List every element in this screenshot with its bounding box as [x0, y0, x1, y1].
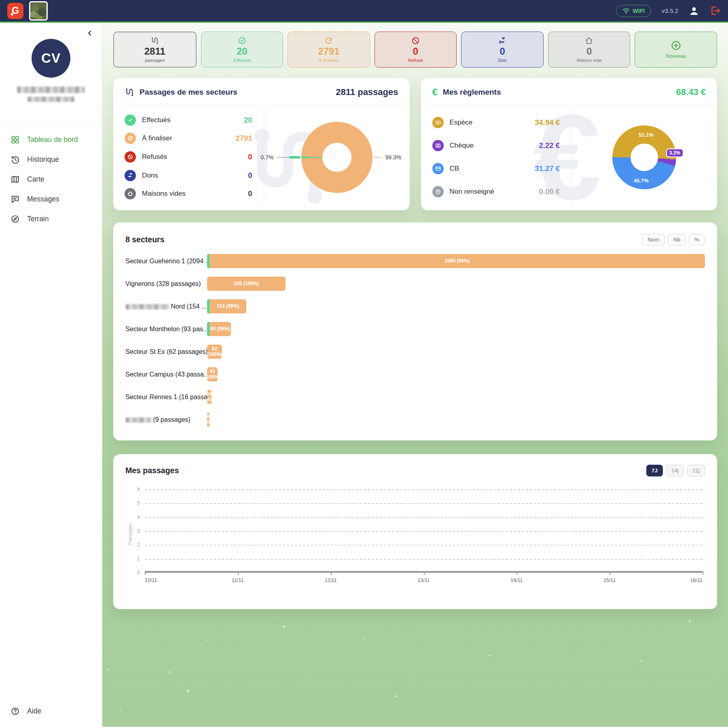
y-tick-label: 6 [137, 487, 140, 492]
sidebar: CV Tableau de bord Historique Carte Mess… [0, 23, 102, 727]
stat-label: Maison vide [577, 58, 601, 63]
sidebar-collapse-button[interactable] [86, 29, 94, 37]
refresh-icon [125, 133, 136, 144]
cheque-icon [432, 140, 444, 151]
stat-card-don[interactable]: 0 Don [461, 32, 544, 68]
stat-card-passages[interactable]: 2811 passages [113, 32, 197, 68]
list-item-a-finaliser: À finaliser 2791 [125, 133, 264, 144]
secteur-bar[interactable]: 90 (96%) [210, 322, 231, 336]
secteur-row: Secteur Rennes 1 (16 passa... 16 (100%) [125, 390, 705, 404]
secteur-label: Secteur Campus (43 passa... [125, 371, 207, 378]
bar-label: 2080 (99%) [444, 258, 470, 264]
bar-label: 90 (96%) [210, 326, 230, 332]
x-tick-mark [703, 571, 703, 575]
secteur-label: Vignerons (328 passages) [125, 280, 207, 288]
secteur-bar[interactable]: 16 (100%) [207, 390, 212, 404]
list-item-label: CB [450, 165, 459, 173]
list-item-dons: Dons 0 [125, 170, 264, 181]
secteur-bar[interactable]: 9 (100%) [207, 413, 210, 427]
reglements-total: 68.43 € [676, 87, 706, 97]
main-content: 2811 passages 20 Effectué 2791 À finalis… [102, 23, 728, 727]
x-tick-mark [424, 571, 425, 575]
sidebar-item-label: Aide [27, 707, 41, 715]
stat-value: 2811 [144, 46, 165, 57]
sidebar-item-label: Carte [27, 175, 44, 184]
sidebar-item-messages[interactable]: Messages [0, 189, 102, 209]
logout-button[interactable] [710, 5, 721, 16]
donut-label-cheque: 3.2% [666, 148, 684, 157]
x-tick-label: 15/11 [603, 578, 616, 583]
app-logo-icon[interactable]: G [7, 3, 23, 19]
sort-by-name-button[interactable]: Nom [642, 234, 665, 245]
secteur-bar[interactable]: 2080 (99%) [210, 254, 705, 268]
sort-by-percent-button[interactable]: % [689, 234, 705, 245]
sidebar-item-carte[interactable]: Carte [0, 169, 102, 189]
sidebar-item-historique[interactable]: Historique [0, 150, 102, 169]
list-item-refuses: Refusés 0 [125, 151, 264, 163]
x-tick-label: 10/11 [145, 578, 157, 583]
sidebar-item-label: Tableau de bord [27, 135, 78, 144]
stat-card-a-finaliser[interactable]: 2791 À finaliser [288, 32, 370, 68]
secteur-label: Nord (154 ... [125, 303, 207, 310]
list-item-value: 0.00 € [539, 187, 571, 196]
range-7j-button[interactable]: 7J [646, 465, 663, 476]
route-icon [125, 87, 134, 97]
sidebar-item-tableau-de-bord[interactable]: Tableau de bord [0, 130, 102, 150]
y-tick-label: 0 [137, 570, 140, 576]
stat-card-maison-vide[interactable]: 0 Maison vide [548, 32, 631, 68]
secteur-bar[interactable]: 43 (100%) [207, 367, 218, 381]
sidebar-item-terrain[interactable]: Terrain [0, 209, 102, 229]
photo-thumbnail[interactable] [29, 1, 48, 21]
mes-passages-header: Mes passages 7J 14j 21j [125, 465, 705, 476]
stat-card-effectue[interactable]: 20 Effectué [201, 32, 284, 68]
card-icon [432, 163, 444, 174]
secteur-row: Secteur Campus (43 passa... 43 (100%) [125, 367, 705, 381]
user-account-button[interactable] [689, 6, 699, 16]
stat-label: Don [498, 58, 507, 63]
plot-area: 6 5 4 3 2 1 0 10/11 11/11 [145, 489, 703, 573]
app-version: v3.5.2 [662, 7, 678, 14]
donut-callout-right: 99.3% [373, 154, 402, 161]
secteur-bar[interactable]: 153 (99%) [210, 299, 246, 313]
range-21j-button[interactable]: 21j [687, 465, 705, 476]
ban-icon [125, 151, 136, 163]
x-tick-mark [145, 571, 146, 575]
stat-label: À finaliser [319, 58, 339, 63]
reglements-donut-wrap: 51.1% 3.2% 45.7% [612, 125, 676, 189]
list-item-value: 0 [248, 171, 263, 180]
passages-donut-chart[interactable] [301, 122, 372, 193]
secteur-label: Secteur Rennes 1 (16 passa... [125, 394, 207, 401]
list-item-label: Espèce [450, 119, 473, 127]
reglements-panel-header: € Mes règlements 68.43 € [421, 78, 717, 104]
bar-track: 153 (99%) [207, 299, 705, 313]
x-tick-mark [516, 571, 517, 575]
x-tick-label: 11/11 [232, 578, 243, 583]
list-item-cheque: Chèque 2.22 € [432, 140, 571, 151]
secteur-bar[interactable]: 62 (100%) [207, 345, 222, 359]
secteurs-header: 8 secteurs Nom Nb % [125, 234, 705, 245]
wifi-status-badge[interactable]: WIFI [616, 5, 652, 17]
user-icon [689, 6, 699, 16]
bar-label: 9 (100%) [207, 414, 210, 425]
bar-track: 16 (100%) [207, 390, 705, 404]
secteur-bar[interactable]: 328 (100%) [207, 277, 286, 291]
stat-card-refuse[interactable]: 0 Refusé [375, 32, 457, 68]
secteur-row: (9 passages) 9 (100%) [125, 413, 705, 427]
panel-title: Passages de mes secteurs [140, 88, 237, 97]
chevron-left-icon [86, 29, 94, 37]
donut-label-espece: 51.1% [639, 132, 654, 138]
sidebar-item-aide[interactable]: Aide [0, 701, 102, 721]
sidebar-item-label: Messages [27, 195, 59, 203]
range-14j-button[interactable]: 14j [666, 465, 684, 476]
donut-label-cb: 45.7% [634, 178, 649, 184]
list-item-espece: Espèce 34.94 € [432, 117, 571, 128]
reglements-panel: € Mes règlements 68.43 € € Espèce 34.94 … [421, 78, 717, 210]
y-tick-label: 1 [137, 556, 140, 562]
avatar[interactable]: CV [32, 39, 70, 78]
sort-by-count-button[interactable]: Nb [668, 234, 686, 245]
stat-label: Effectué [233, 58, 250, 63]
list-item-maisons-vides: Maisons vides 0 [125, 188, 264, 199]
bar-track: 62 (100%) [207, 345, 705, 359]
stat-card-nouveau[interactable]: Nouveau [635, 32, 717, 68]
donut-hole [631, 144, 658, 171]
